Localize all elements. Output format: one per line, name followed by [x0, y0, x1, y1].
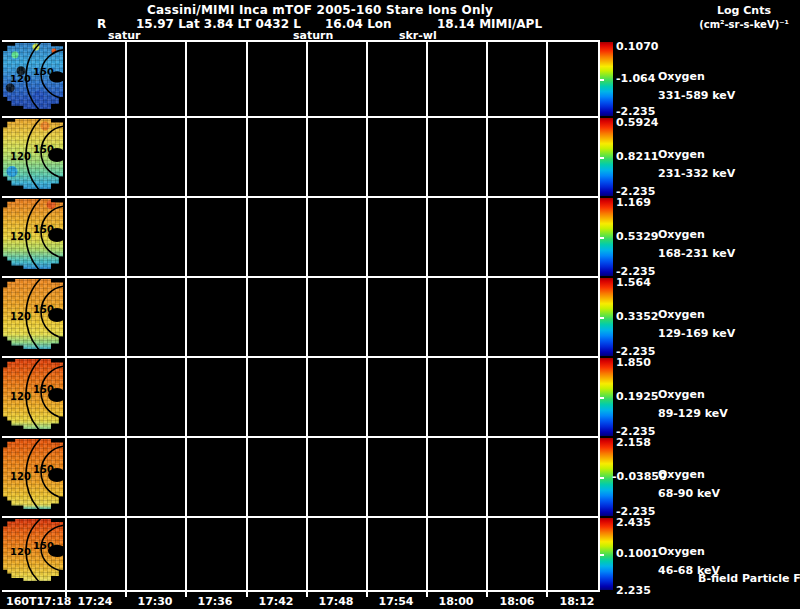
colorbar-mid-tick	[600, 237, 604, 239]
inca-image-row7: 120 150	[3, 519, 63, 581]
row-separator	[2, 196, 600, 198]
inca-image-row5: 120 150	[3, 359, 63, 429]
contour-overlay: 120 150	[3, 519, 63, 581]
time-tick-label: 17:30	[133, 595, 177, 608]
colorbar-max-label: 1.169	[616, 196, 651, 209]
row-separator	[2, 516, 600, 518]
time-tick-label: 18:12	[555, 595, 599, 608]
colorbar-mid-tick	[600, 477, 604, 479]
time-tick-label: 17:48	[314, 595, 358, 608]
colorbar-mid-tick	[600, 554, 604, 556]
energy-range-label: 89-129 keV	[658, 404, 798, 423]
time-tick	[185, 592, 187, 597]
time-tick-label: 17:42	[254, 595, 298, 608]
contour-label-150: 150	[33, 464, 54, 475]
grid-vline	[366, 40, 368, 592]
energy-range-label: 168-231 keV	[658, 244, 798, 263]
colorbar-max-label: 1.850	[616, 356, 651, 369]
colorbar-mid-tick	[600, 157, 604, 159]
energy-range-label: 129-169 keV	[658, 324, 798, 343]
contour-label-120: 120	[10, 391, 31, 402]
time-tick	[426, 592, 428, 597]
colorbar-min-label: 2.235	[616, 584, 651, 597]
plot-grid: 120 150 120 150 120 150	[2, 40, 600, 592]
inca-image-row6: 120 150	[3, 439, 63, 509]
time-tick-label: 18:06	[495, 595, 539, 608]
param-lon-block: 16.04 Lon	[325, 17, 392, 31]
colorbar-max-label: 0.1070	[616, 40, 658, 53]
contour-overlay: 120 150	[3, 439, 63, 509]
row-separator	[2, 436, 600, 438]
contour-label-150: 150	[33, 384, 54, 395]
contour-label-150: 150	[33, 304, 54, 315]
colorbar-mid-label: 0.8211	[616, 150, 658, 163]
colorbar-max-label: 2.158	[616, 436, 651, 449]
grid-vline	[246, 40, 248, 592]
contour-overlay: 120 150	[3, 119, 63, 189]
time-tick-label: 17:36	[193, 595, 237, 608]
colorbar-mid-label: -1.064	[616, 72, 655, 85]
colorbar-units-title: Log Cnts (cm²-sr-s-keV)⁻¹	[688, 4, 800, 32]
time-tick	[125, 592, 127, 597]
colorbar-max-label: 1.564	[616, 276, 651, 289]
colorbar-mid-label: 0.1925	[616, 390, 658, 403]
species-name: Oxygen	[658, 145, 798, 164]
row-separator	[2, 116, 600, 118]
contour-overlay: 120 150	[3, 199, 63, 269]
time-tick-label: 160T17:18	[6, 595, 71, 608]
grid-vline	[486, 40, 488, 592]
time-tick	[486, 592, 488, 597]
row-separator	[2, 276, 600, 278]
species-name: Oxygen	[658, 542, 798, 561]
colorbar-max-label: 2.435	[616, 516, 651, 529]
contour-overlay: 120 150	[3, 279, 63, 349]
species-name: Oxygen	[658, 305, 798, 324]
energy-range-label: 231-332 keV	[658, 164, 798, 183]
contour-label-120: 120	[10, 547, 31, 557]
contour-label-120: 120	[10, 73, 31, 84]
species-name: Oxygen	[658, 465, 798, 484]
time-tick	[366, 592, 368, 597]
species-label-row6: Oxygen 68-90 keV	[658, 465, 798, 503]
contour-label-120: 120	[10, 231, 31, 242]
inca-image-row1: 120 150	[3, 43, 63, 109]
time-tick	[306, 592, 308, 597]
b-field-particle-flow-note: B-field Particle Flow	[698, 572, 800, 585]
time-tick-label: 17:24	[73, 595, 117, 608]
time-axis-line	[2, 590, 600, 592]
species-label-row2: Oxygen 231-332 keV	[658, 145, 798, 183]
contour-label-120: 120	[10, 151, 31, 162]
contour-label-150: 150	[33, 66, 54, 77]
inca-image-row3: 120 150	[3, 199, 63, 269]
contour-label-120: 120	[10, 471, 31, 482]
contour-overlay: 120 150	[3, 359, 63, 429]
param-right-block: 18.14 MIMI/APL	[437, 17, 542, 31]
contour-label-150: 150	[33, 224, 54, 235]
colorbar-max-label: 0.5924	[616, 116, 658, 129]
species-name: Oxygen	[658, 67, 798, 86]
time-tick-label: 17:54	[374, 595, 418, 608]
colorbar-mid-label: 0.3352	[616, 310, 658, 323]
colorbar-mid-tick	[600, 317, 604, 319]
species-label-row1: Oxygen 331-589 keV	[658, 67, 798, 105]
param-r-label: R	[97, 17, 106, 31]
colorbar-mid-tick	[600, 79, 604, 81]
grid-top-border	[2, 40, 600, 42]
species-label-row4: Oxygen 129-169 keV	[658, 305, 798, 343]
contour-label-150: 150	[33, 541, 54, 551]
grid-vline	[185, 40, 187, 592]
grid-vline	[426, 40, 428, 592]
colorbar-mid-label: 0.1001	[616, 547, 658, 560]
contour-label-120: 120	[10, 311, 31, 322]
energy-range-label: 331-589 keV	[658, 86, 798, 105]
energy-range-label: 68-90 keV	[658, 484, 798, 503]
time-tick	[246, 592, 248, 597]
colorbar-mid-tick	[600, 397, 604, 399]
colorbar-units-line2: (cm²-sr-s-keV)⁻¹	[688, 18, 800, 32]
contour-overlay: 120 150	[3, 43, 63, 109]
param-left-block: 15.97 Lat 3.84 LT 0432 L	[136, 17, 301, 31]
contour-label-150: 150	[33, 144, 54, 155]
grid-vline	[65, 40, 67, 592]
species-label-row5: Oxygen 89-129 keV	[658, 385, 798, 423]
mimi-display-window: Cassini/MIMI Inca mTOF 2005-160 Stare Io…	[0, 0, 800, 609]
